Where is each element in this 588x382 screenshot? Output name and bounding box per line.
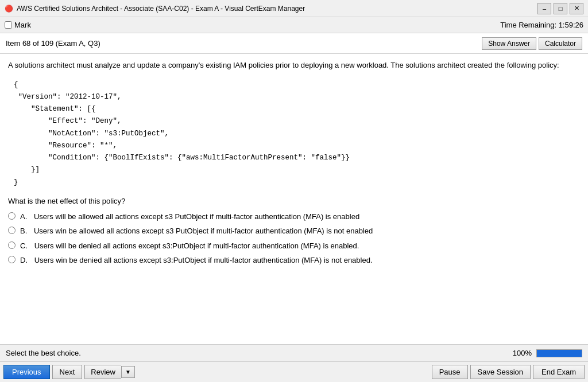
option-c-text: Users will be denied all actions except …: [34, 240, 359, 252]
status-text: Select the best choice.: [6, 349, 81, 357]
option-b-text: Users win be allowed all actions except …: [34, 225, 373, 237]
show-answer-button[interactable]: Show Answer: [482, 37, 536, 50]
option-a-label: A.: [20, 211, 29, 223]
review-dropdown-arrow[interactable]: ▼: [121, 366, 135, 378]
header-buttons: Show Answer Calculator: [482, 37, 582, 50]
end-exam-button[interactable]: End Exam: [533, 365, 585, 379]
mark-checkbox[interactable]: Mark: [5, 21, 31, 29]
menu-bar: Mark Time Remaining: 1:59:26: [0, 17, 588, 33]
code-line-9: }: [14, 177, 574, 189]
save-session-button[interactable]: Save Session: [470, 365, 531, 379]
option-d[interactable]: D. Users win be denied all actions excep…: [8, 255, 580, 266]
window-controls: – □ ✕: [537, 3, 583, 14]
net-effect-label: What is the net effect of this policy?: [8, 197, 580, 205]
option-d-text: Users win be denied all actions except s…: [34, 255, 373, 266]
radio-b[interactable]: [8, 227, 16, 234]
code-block: { "Version": "2012-10-17", "Statement": …: [8, 77, 580, 191]
time-remaining-label: Time Remaining:: [500, 21, 556, 29]
option-a-text: Users will be allowed all actions except…: [34, 211, 359, 223]
option-c[interactable]: C. Users will be denied all actions exce…: [8, 240, 580, 252]
bottom-toolbar: Previous Next Review ▼ Pause Save Sessio…: [0, 361, 588, 382]
radio-c[interactable]: [8, 241, 16, 249]
window-title: AWS Certified Solutions Architect - Asso…: [17, 5, 537, 13]
next-button[interactable]: Next: [52, 365, 83, 379]
code-line-1: {: [14, 79, 574, 91]
progress-section: 100%: [513, 349, 582, 357]
code-line-5: "NotAction": "s3:PutObject",: [14, 128, 574, 140]
code-line-7: "Condition": {"BoolIfExists": {"aws:Mult…: [14, 152, 574, 164]
mark-label: Mark: [14, 21, 31, 29]
code-line-8: }]: [14, 164, 574, 176]
close-button[interactable]: ✕: [570, 3, 583, 14]
code-line-4: "Effect": "Deny",: [14, 115, 574, 127]
mark-input[interactable]: [5, 21, 12, 29]
time-remaining: Time Remaining: 1:59:26: [500, 21, 583, 29]
option-d-label: D.: [20, 255, 30, 266]
answer-options: A. Users will be allowed all actions exc…: [8, 211, 580, 266]
time-remaining-value: 1:59:26: [559, 21, 583, 29]
calculator-button[interactable]: Calculator: [539, 37, 582, 50]
option-a[interactable]: A. Users will be allowed all actions exc…: [8, 211, 580, 223]
code-line-6: "Resource": "*",: [14, 140, 574, 152]
progress-bar-container: [536, 349, 582, 357]
review-button[interactable]: Review: [84, 365, 121, 379]
option-c-label: C.: [20, 240, 30, 252]
code-line-2: "Version": "2012-10-17",: [14, 91, 574, 103]
radio-d[interactable]: [8, 256, 16, 263]
code-line-3: "Statement": [{: [14, 103, 574, 115]
main-content: A solutions architect must analyze and u…: [0, 54, 588, 344]
title-bar: 🔴 AWS Certified Solutions Architect - As…: [0, 0, 588, 17]
item-info: Item 68 of 109 (Exam A, Q3): [6, 39, 100, 48]
minimize-button[interactable]: –: [537, 3, 551, 14]
header-row: Item 68 of 109 (Exam A, Q3) Show Answer …: [0, 33, 588, 54]
progress-bar-fill: [537, 350, 582, 357]
status-bar: Select the best choice. 100%: [0, 344, 588, 361]
option-b[interactable]: B. Users win be allowed all actions exce…: [8, 225, 580, 237]
radio-a[interactable]: [8, 212, 16, 220]
option-b-label: B.: [20, 225, 29, 237]
review-dropdown: Review ▼: [84, 365, 135, 379]
maximize-button[interactable]: □: [554, 3, 567, 14]
pause-button[interactable]: Pause: [432, 365, 468, 379]
progress-label: 100%: [513, 349, 532, 357]
previous-button[interactable]: Previous: [3, 365, 50, 379]
question-text: A solutions architect must analyze and u…: [8, 60, 580, 71]
app-icon: 🔴: [5, 5, 13, 13]
